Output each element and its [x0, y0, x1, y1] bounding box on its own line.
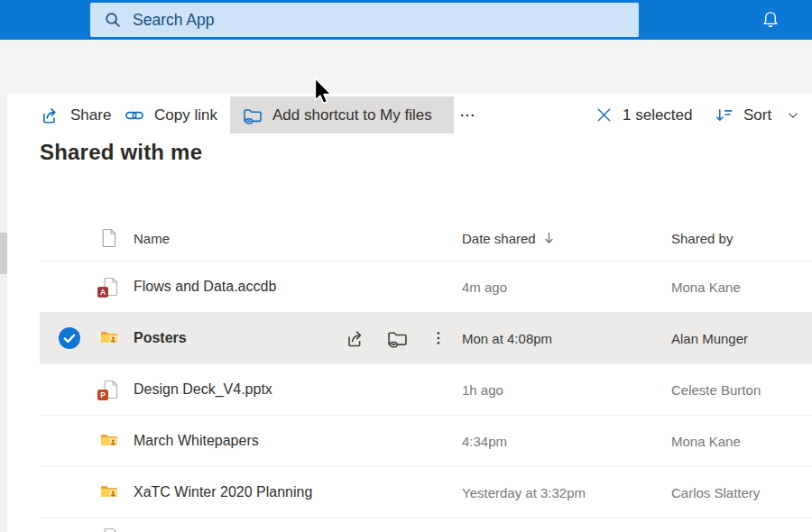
- date-shared: 4m ago: [462, 280, 507, 295]
- share-label: Share: [70, 106, 111, 124]
- folder-name[interactable]: March Whitepapers: [134, 433, 259, 449]
- file-list: Name Date shared Shared by A: [40, 215, 812, 532]
- clear-selection-button[interactable]: 1 selected: [588, 96, 700, 133]
- row-share-icon[interactable]: [345, 327, 366, 349]
- search-input[interactable]: Search App: [90, 3, 639, 37]
- selected-count-label: 1 selected: [623, 106, 693, 124]
- header-file-icon: [101, 228, 123, 248]
- shared-folder-icon: [99, 431, 121, 451]
- date-shared: 1h ago: [462, 382, 503, 398]
- folder-name[interactable]: XaTC Winter 2020 Planning: [134, 484, 312, 500]
- shared-folder-icon: [99, 482, 121, 502]
- selected-check-icon[interactable]: [58, 326, 81, 350]
- shared-by: Alan Munger: [671, 331, 748, 346]
- folder-row-xatc-winter[interactable]: XaTC Winter 2020 Planning Yesterday at 3…: [40, 467, 812, 518]
- add-shortcut-icon: [243, 105, 263, 125]
- add-shortcut-label: Add shortcut to My files: [272, 106, 432, 124]
- folder-name[interactable]: Posters: [134, 330, 187, 346]
- copy-link-label: Copy link: [154, 106, 217, 124]
- search-placeholder: Search App: [133, 11, 214, 30]
- command-bar: Share Copy link Add shortcut to My files: [0, 40, 812, 94]
- ellipsis-horizontal-icon: [459, 107, 475, 124]
- share-button[interactable]: Share: [33, 96, 118, 133]
- list-header-row: Name Date shared Shared by: [40, 215, 812, 261]
- left-scrollbar-track[interactable]: [0, 94, 7, 532]
- row-hover-actions: [345, 327, 449, 349]
- chevron-down-icon: [787, 109, 799, 122]
- row-add-shortcut-icon[interactable]: [386, 327, 408, 349]
- sort-label: Sort: [743, 106, 771, 124]
- sort-descending-arrow-icon: [543, 231, 555, 244]
- column-header-date-shared[interactable]: Date shared: [462, 230, 555, 245]
- partial-next-row: [40, 518, 812, 532]
- page-title: Shared with me: [40, 140, 202, 165]
- shared-by: Mona Kane: [671, 434, 741, 449]
- sort-icon: [715, 105, 734, 124]
- suite-header: Search App: [0, 0, 812, 40]
- date-shared: 4:34pm: [462, 434, 507, 449]
- access-badge: A: [97, 287, 108, 298]
- row-more-icon[interactable]: [428, 327, 449, 349]
- share-icon: [41, 105, 60, 125]
- powerpoint-file-icon: P: [99, 380, 121, 399]
- copy-link-button[interactable]: Copy link: [117, 96, 225, 133]
- date-shared: Yesterday at 3:32pm: [462, 485, 586, 500]
- folder-row-posters[interactable]: Posters: [40, 313, 812, 364]
- column-header-shared-by[interactable]: Shared by: [671, 230, 733, 245]
- powerpoint-badge: P: [97, 390, 108, 400]
- onedrive-shared-page: Search App Share: [0, 0, 812, 532]
- file-row-design-deck[interactable]: P Design Deck_V4.pptx 1h ago Celeste Bur…: [40, 364, 812, 416]
- date-shared: Mon at 4:08pm: [462, 331, 552, 346]
- file-row-flows-and-data[interactable]: A Flows and Data.accdb 4m ago Mona Kane: [40, 261, 812, 313]
- column-header-name[interactable]: Name: [134, 230, 170, 245]
- left-scrollbar-thumb[interactable]: [0, 233, 7, 274]
- copy-link-icon: [125, 105, 144, 125]
- search-icon: [104, 11, 122, 29]
- shared-by: Carlos Slattery: [671, 485, 760, 500]
- sort-button[interactable]: Sort: [707, 96, 807, 133]
- notifications-bell-icon[interactable]: [761, 10, 780, 30]
- access-file-icon: A: [99, 277, 121, 297]
- partial-file-icon: [99, 527, 119, 532]
- more-commands-button[interactable]: [453, 96, 482, 133]
- shared-by: Celeste Burton: [671, 382, 761, 398]
- file-name[interactable]: Design Deck_V4.pptx: [134, 381, 272, 398]
- file-name[interactable]: Flows and Data.accdb: [134, 279, 276, 295]
- shared-folder-icon: [99, 328, 121, 348]
- add-shortcut-button[interactable]: Add shortcut to My files: [230, 96, 454, 133]
- dismiss-x-icon: [595, 106, 613, 124]
- shared-by: Mona Kane: [671, 280, 741, 295]
- folder-row-march-whitepapers[interactable]: March Whitepapers 4:34pm Mona Kane: [40, 416, 812, 467]
